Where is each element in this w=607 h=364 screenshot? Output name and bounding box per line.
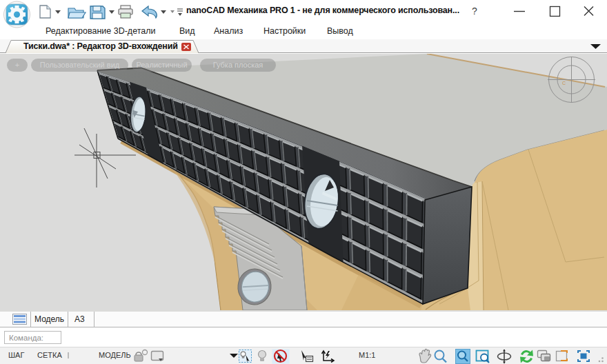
svg-text:C: C (562, 81, 566, 85)
svg-text:?: ? (472, 6, 477, 17)
